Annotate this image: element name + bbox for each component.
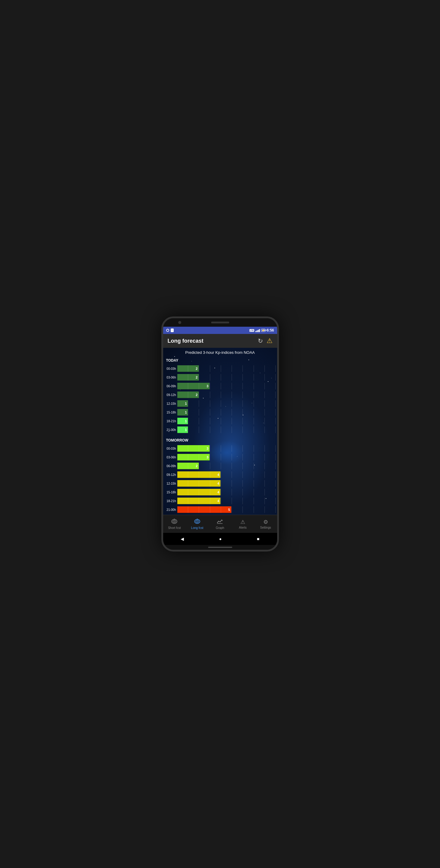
bar-track-t1: 2 — [177, 374, 276, 381]
time-label-t0: 00-03h — [165, 367, 177, 370]
table-row: 06-09h 2 — [165, 462, 276, 470]
bar-fill-m5: 4 — [177, 489, 221, 495]
main-content[interactable]: Predicted 3-hour Kp-indices from NOAA TO… — [163, 348, 277, 515]
settings-icon: ⚙ — [263, 519, 268, 525]
alerts-label: Alerts — [239, 526, 247, 529]
bar-fill-m2: 2 — [177, 463, 199, 469]
status-right: LTE ⚡ 6:56 — [250, 328, 274, 333]
bar-value-m1: 3 — [207, 456, 208, 459]
bar-fill-m6: 4 — [177, 498, 221, 504]
signal-bar-2 — [257, 330, 258, 332]
bar-value-m6: 4 — [217, 499, 219, 503]
time-label-t6: 18-21h — [165, 420, 177, 423]
settings-label: Settings — [260, 526, 271, 529]
table-row: 18-21h 4 — [165, 497, 276, 505]
table-row: 09-12h 2 — [165, 391, 276, 399]
bar-value-t6: 1 — [185, 419, 187, 423]
bar-value-m5: 4 — [217, 490, 219, 494]
home-indicator — [208, 547, 232, 548]
time-label-m4: 12-15h — [165, 482, 177, 485]
bar-value-t0: 2 — [196, 367, 198, 370]
alerts-icon: ⚠ — [240, 519, 245, 525]
time-label-m5: 15-18h — [165, 491, 177, 494]
bar-track-m4: 4 — [177, 480, 276, 487]
home-button[interactable]: ● — [219, 536, 222, 541]
bar-track-t6: 1 — [177, 418, 276, 424]
bar-value-t1: 2 — [196, 375, 198, 379]
bar-fill-m1: 3 — [177, 454, 210, 461]
bar-value-m7: 5 — [228, 508, 230, 512]
bar-track-t7: 1 — [177, 427, 276, 433]
nav-item-long-fcst[interactable]: Long fcst — [186, 519, 209, 530]
time-label-m6: 18-21h — [165, 499, 177, 503]
short-fcst-icon — [171, 519, 177, 526]
bar-track-m5: 4 — [177, 489, 276, 495]
bar-fill-t6: 1 — [177, 418, 188, 424]
time-label-t5: 15-18h — [165, 411, 177, 414]
bar-fill-m4: 4 — [177, 480, 221, 487]
refresh-icon[interactable]: ↻ — [258, 337, 263, 344]
section-today-label: TODAY — [165, 357, 276, 364]
time-label-m3: 09-12h — [165, 473, 177, 476]
section-tomorrow-label: TOMORROW — [165, 437, 276, 444]
table-row: 21-00h 1 — [165, 426, 276, 434]
time-label-m1: 03-06h — [165, 456, 177, 459]
nav-item-settings[interactable]: ⚙ Settings — [254, 519, 277, 529]
chart-container: Predicted 3-hour Kp-indices from NOAA TO… — [163, 348, 277, 515]
table-row: 00-03h 3 — [165, 444, 276, 453]
bar-track-m1: 3 — [177, 454, 276, 461]
signal-bar-1 — [256, 331, 256, 332]
app-header: Long forecast ↻ ⚠ — [163, 334, 277, 348]
bar-value-t4: 1 — [185, 402, 187, 405]
nav-item-graph[interactable]: Graph — [209, 519, 232, 530]
recent-button[interactable]: ■ — [257, 536, 259, 541]
bar-fill-t7: 1 — [177, 427, 188, 433]
sim-icon: ▪ — [171, 329, 174, 332]
time-label-m7: 21-00h — [165, 508, 177, 512]
bar-track-m3: 4 — [177, 471, 276, 478]
clock: 6:56 — [267, 328, 274, 333]
bar-track-t0: 2 — [177, 365, 276, 372]
svg-point-6 — [197, 521, 198, 522]
time-label-m2: 06-09h — [165, 464, 177, 468]
time-label-t1: 03-06h — [165, 376, 177, 379]
bar-fill-t0: 2 — [177, 365, 199, 372]
table-row: 21-00h 5 — [165, 505, 276, 514]
bar-fill-t4: 1 — [177, 400, 188, 407]
table-row: 06-09h 3 — [165, 382, 276, 390]
nav-item-alerts[interactable]: ⚠ Alerts — [231, 519, 254, 529]
bar-fill-t5: 1 — [177, 409, 188, 415]
table-row: 12-15h 4 — [165, 479, 276, 488]
table-row: 00-03h 2 — [165, 364, 276, 373]
signal-bars — [256, 329, 260, 332]
bar-fill-m0: 3 — [177, 445, 210, 452]
bar-track-m0: 3 — [177, 445, 276, 452]
nav-item-short-fcst[interactable]: Short fcst — [163, 519, 186, 530]
bar-track-t3: 2 — [177, 392, 276, 398]
time-label-t4: 12-15h — [165, 402, 177, 405]
bar-value-m3: 4 — [217, 473, 219, 476]
bar-track-t4: 1 — [177, 400, 276, 407]
table-row: 09-12h 4 — [165, 470, 276, 479]
signal-bar-3 — [258, 330, 259, 332]
status-bar: ▪ LTE ⚡ 6:56 — [163, 327, 277, 334]
svg-point-2 — [174, 521, 175, 522]
graph-icon — [216, 519, 223, 526]
table-row: 15-18h 1 — [165, 408, 276, 416]
bottom-nav: Short fcst Long fcst Graph — [163, 515, 277, 533]
back-button[interactable]: ◀ — [181, 536, 184, 541]
bar-value-m4: 4 — [217, 482, 219, 485]
phone-frame: ▪ LTE ⚡ 6:56 Long forecast ↻ ⚠ — [162, 316, 279, 552]
graph-label: Graph — [216, 526, 224, 530]
bar-fill-t3: 2 — [177, 392, 199, 398]
table-row: 18-21h 1 — [165, 417, 276, 425]
table-row: 15-18h 4 — [165, 488, 276, 496]
warning-icon[interactable]: ⚠ — [267, 337, 273, 345]
phone-bottom-bar — [163, 545, 277, 550]
time-label-t3: 09-12h — [165, 393, 177, 397]
bar-fill-t2: 3 — [177, 383, 210, 390]
table-row: 03-06h 3 — [165, 453, 276, 461]
time-label-t7: 21-00h — [165, 428, 177, 432]
phone-speaker — [211, 321, 229, 323]
bar-fill-m7: 5 — [177, 506, 231, 513]
